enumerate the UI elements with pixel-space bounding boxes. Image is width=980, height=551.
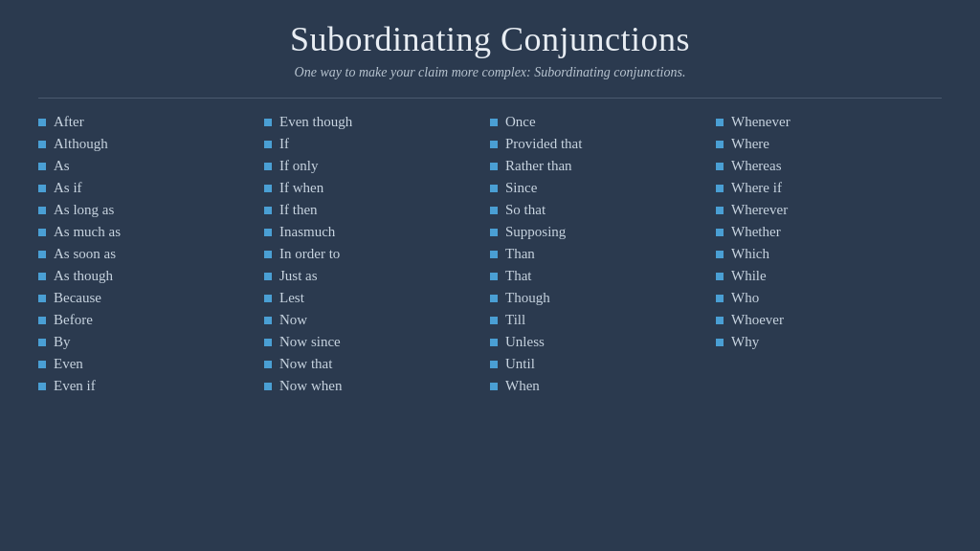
list-item: Whereas (716, 156, 942, 176)
list-item: Whoever (716, 310, 942, 330)
bullet-icon (38, 163, 46, 170)
list-item: Now since (264, 332, 490, 352)
list-item: In order to (264, 244, 490, 264)
item-label: Which (731, 246, 769, 262)
column-4: WheneverWhereWhereasWhere ifWhereverWhet… (716, 112, 942, 532)
item-label: Because (54, 290, 101, 306)
list-item: Even if (38, 376, 264, 396)
list-item: Whenever (716, 112, 942, 132)
item-label: Since (505, 180, 537, 196)
list-item: Rather than (490, 156, 716, 176)
list-item: Once (490, 112, 716, 132)
list-item: That (490, 266, 716, 286)
item-label: As (54, 158, 70, 174)
item-label: As if (54, 180, 82, 196)
list-item: Whether (716, 222, 942, 242)
bullet-icon (38, 207, 46, 214)
bullet-icon (264, 273, 272, 280)
list-item: As though (38, 266, 264, 286)
bullet-icon (490, 141, 498, 148)
item-label: Now since (279, 334, 341, 350)
column-1: AfterAlthoughAsAs ifAs long asAs much as… (38, 112, 264, 532)
bullet-icon (38, 383, 46, 390)
item-label: Lest (279, 290, 304, 306)
item-label: As though (54, 268, 113, 284)
item-label: Even if (54, 378, 96, 394)
bullet-icon (490, 339, 498, 346)
bullet-icon (716, 229, 724, 236)
bullet-icon (264, 317, 272, 324)
item-label: Now when (279, 378, 342, 394)
item-label: If (279, 136, 289, 152)
item-label: By (54, 334, 71, 350)
item-label: If then (279, 202, 318, 218)
list-item: As long as (38, 200, 264, 220)
item-label: Till (505, 312, 525, 328)
list-item: Till (490, 310, 716, 330)
list-item: Until (490, 354, 716, 374)
list-item: Even though (264, 112, 490, 132)
bullet-icon (38, 229, 46, 236)
item-label: Wherever (731, 202, 788, 218)
list-item: So that (490, 200, 716, 220)
list-item: Wherever (716, 200, 942, 220)
bullet-icon (264, 251, 272, 258)
item-label: Even though (279, 114, 352, 130)
list-item: Although (38, 134, 264, 154)
item-label: Inasmuch (279, 224, 335, 240)
item-label: Although (54, 136, 108, 152)
item-label: Though (505, 290, 550, 306)
item-label: Where (731, 136, 769, 152)
columns-container: AfterAlthoughAsAs ifAs long asAs much as… (38, 112, 942, 532)
list-item: Inasmuch (264, 222, 490, 242)
item-label: Unless (505, 334, 545, 350)
bullet-icon (490, 185, 498, 192)
bullet-icon (38, 251, 46, 258)
bullet-icon (264, 163, 272, 170)
bullet-icon (264, 361, 272, 368)
list-item: Just as (264, 266, 490, 286)
list-item: Even (38, 354, 264, 374)
list-item: By (38, 332, 264, 352)
bullet-icon (490, 383, 498, 390)
bullet-icon (716, 251, 724, 258)
item-label: Before (54, 312, 93, 328)
item-label: Even (54, 356, 83, 372)
bullet-icon (490, 317, 498, 324)
list-item: Why (716, 332, 942, 352)
bullet-icon (264, 339, 272, 346)
bullet-icon (264, 383, 272, 390)
list-item: If only (264, 156, 490, 176)
list-item: Where (716, 134, 942, 154)
bullet-icon (38, 295, 46, 302)
bullet-icon (264, 207, 272, 214)
page-subtitle: One way to make your claim more complex:… (38, 65, 942, 80)
list-item: As if (38, 178, 264, 198)
item-label: If only (279, 158, 318, 174)
item-label: Whoever (731, 312, 784, 328)
bullet-icon (716, 273, 724, 280)
bullet-icon (38, 141, 46, 148)
item-label: Once (505, 114, 536, 130)
list-item: Who (716, 288, 942, 308)
item-label: After (54, 114, 84, 130)
bullet-icon (264, 185, 272, 192)
bullet-icon (716, 339, 724, 346)
bullet-icon (490, 163, 498, 170)
list-item: If then (264, 200, 490, 220)
bullet-icon (38, 317, 46, 324)
list-item: When (490, 376, 716, 396)
bullet-icon (490, 207, 498, 214)
item-label: That (505, 268, 532, 284)
column-3: OnceProvided thatRather thanSinceSo that… (490, 112, 716, 532)
list-item: Where if (716, 178, 942, 198)
bullet-icon (716, 163, 724, 170)
item-label: As long as (54, 202, 114, 218)
bullet-icon (490, 273, 498, 280)
bullet-icon (490, 295, 498, 302)
list-item: Because (38, 288, 264, 308)
item-label: Whereas (731, 158, 781, 174)
item-label: Now that (279, 356, 332, 372)
item-label: As soon as (54, 246, 116, 262)
bullet-icon (716, 317, 724, 324)
